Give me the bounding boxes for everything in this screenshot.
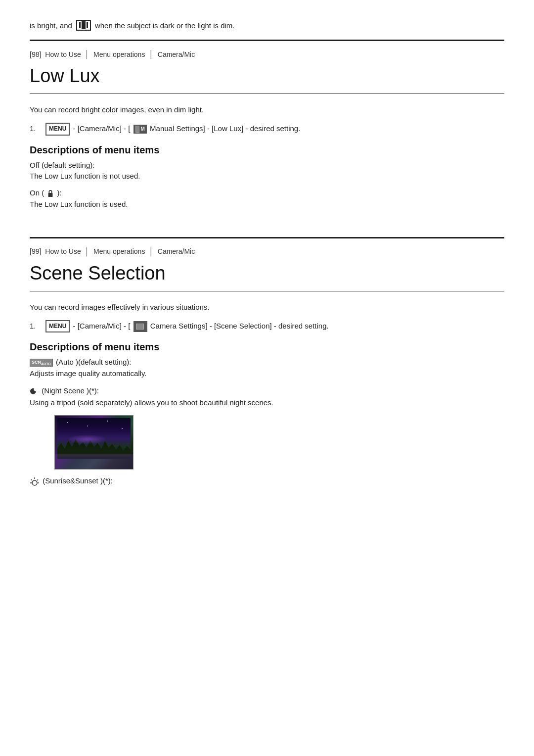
menu-item-sunrise-label: (Sunrise&Sunset )(*):: [30, 476, 504, 486]
menu-button-98: MENU: [45, 123, 70, 135]
section-98: [98] How to Use │ Menu operations │ Came…: [30, 41, 504, 222]
breadcrumb-part1-98: How to Use: [45, 50, 81, 58]
menu-item-auto: SCNAUTO (Auto )(default setting): Adjust…: [30, 358, 504, 379]
exposure-bright-icon: [76, 20, 91, 31]
menu-item-on-label: On ( ):: [30, 189, 504, 197]
camera-settings-icon: [134, 321, 147, 332]
menu-item-night-desc: Using a tripod (sold separately) allows …: [30, 397, 504, 409]
breadcrumb-sep2-98: │: [149, 50, 153, 58]
section-title-99: Scene Selection: [30, 259, 504, 291]
top-intro: is bright, and when the subject is dark …: [30, 10, 504, 40]
section-99: [99] How to Use │ Menu operations │ Came…: [30, 238, 504, 498]
svg-point-1: [32, 480, 37, 485]
section-intro-99: You can record images effectively in var…: [30, 301, 504, 313]
descriptions-title-99: Descriptions of menu items: [30, 341, 504, 353]
section-intro-98: You can record bright color images, even…: [30, 104, 504, 116]
step-list-98: 1. MENU - [Camera/Mic] - [ M Manual Sett…: [30, 123, 504, 136]
breadcrumb-part1-99: How to Use: [45, 247, 81, 255]
section-title-98: Low Lux: [30, 61, 504, 94]
breadcrumb-part3-98: Camera/Mic: [158, 50, 195, 58]
breadcrumb-99: [99] How to Use │ Menu operations │ Came…: [30, 238, 504, 259]
step-item-99: 1. MENU - [Camera/Mic] - [ Camera Settin…: [30, 320, 504, 333]
scn-auto-icon: SCNAUTO: [30, 359, 53, 367]
menu-item-auto-label: SCNAUTO (Auto )(default setting):: [30, 358, 504, 367]
breadcrumb-sep1-99: │: [85, 247, 89, 256]
low-lux-on-icon: [47, 189, 54, 197]
menu-button-99: MENU: [45, 320, 70, 332]
menu-item-off: Off (default setting): The Low Lux funct…: [30, 161, 504, 182]
breadcrumb-number-98: [98]: [30, 50, 41, 58]
svg-line-3: [31, 479, 32, 480]
manual-settings-icon: M: [134, 125, 147, 134]
breadcrumb-98: [98] How to Use │ Menu operations │ Came…: [30, 41, 504, 61]
menu-item-sunrise: (Sunrise&Sunset )(*):: [30, 476, 504, 486]
svg-line-4: [37, 479, 38, 480]
intro-text-before: is bright, and: [30, 21, 72, 30]
section-body-99: You can record images effectively in var…: [30, 291, 504, 498]
breadcrumb-part2-99: Menu operations: [93, 247, 145, 255]
sunrise-icon: [30, 477, 40, 486]
breadcrumb-part3-99: Camera/Mic: [158, 247, 195, 255]
night-scene-image: [54, 415, 134, 470]
breadcrumb-part2-98: Menu operations: [93, 50, 145, 58]
intro-text-after: when the subject is dark or the light is…: [95, 21, 235, 30]
night-scene-icon: [30, 387, 39, 396]
step-list-99: 1. MENU - [Camera/Mic] - [ Camera Settin…: [30, 320, 504, 333]
menu-item-on-desc: The Low Lux function is used.: [30, 199, 504, 210]
section-body-98: You can record bright color images, even…: [30, 94, 504, 222]
breadcrumb-sep1-98: │: [85, 50, 89, 58]
svg-rect-0: [48, 193, 53, 197]
breadcrumb-number-99: [99]: [30, 247, 41, 255]
breadcrumb-sep2-99: │: [149, 247, 153, 256]
menu-item-on: On ( ): The Low Lux function is used.: [30, 189, 504, 210]
menu-item-off-label: Off (default setting):: [30, 161, 504, 169]
menu-item-night: (Night Scene )(*): Using a tripod (sold …: [30, 386, 504, 409]
descriptions-title-98: Descriptions of menu items: [30, 144, 504, 156]
step-item-98: 1. MENU - [Camera/Mic] - [ M Manual Sett…: [30, 123, 504, 136]
menu-item-off-desc: The Low Lux function is not used.: [30, 171, 504, 182]
menu-item-night-label: (Night Scene )(*):: [30, 386, 504, 396]
menu-item-auto-desc: Adjusts image quality automatically.: [30, 368, 504, 379]
